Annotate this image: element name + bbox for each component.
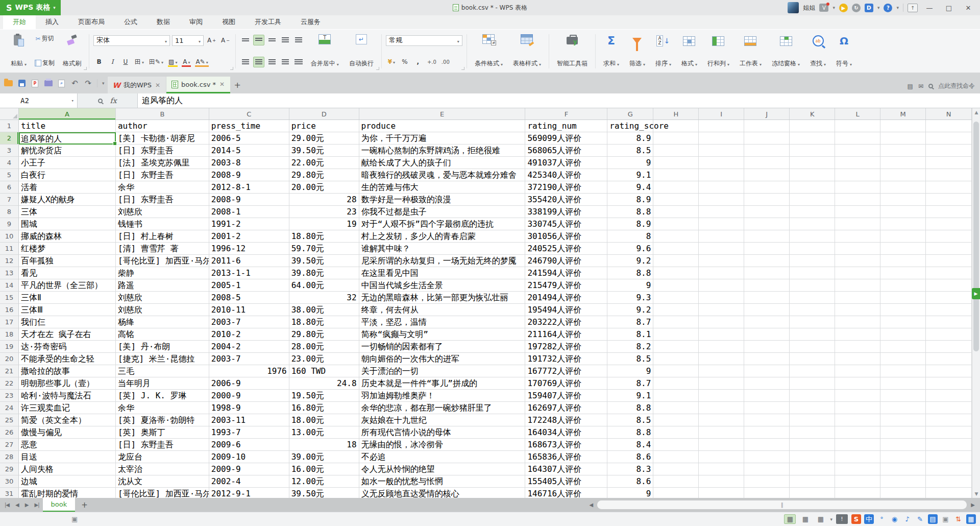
dialog-launcher-icon[interactable] [230, 67, 233, 70]
cell-D1[interactable]: price [289, 120, 359, 132]
justify-button[interactable] [280, 57, 291, 67]
cut-button[interactable]: ✂剪切 [33, 33, 56, 44]
row-header-9[interactable]: 9 [0, 218, 19, 230]
cell-E11[interactable]: 谁解其中味？ [359, 243, 526, 255]
cell-C5[interactable]: 2008-9 [209, 169, 289, 181]
menu-tab-插入[interactable]: 插入 [36, 15, 68, 29]
cell-N1[interactable] [926, 120, 972, 132]
cell-J25[interactable] [744, 414, 790, 426]
decrease-indent-button[interactable] [280, 35, 291, 45]
row-header-2[interactable]: 2 [0, 132, 19, 145]
play-icon[interactable]: ▶ [839, 4, 848, 12]
cell-E30[interactable]: 如水一般的忧愁与怅惘 [359, 475, 526, 488]
cell-K31[interactable] [790, 488, 835, 498]
cell-F10[interactable]: 301056人评价 [525, 230, 607, 243]
cell-D7[interactable]: 28 [289, 194, 359, 206]
cell-J11[interactable] [744, 243, 790, 255]
cell-M7[interactable] [880, 194, 926, 206]
cell-I24[interactable] [699, 402, 744, 414]
align-center-button[interactable] [253, 57, 264, 67]
cell-J8[interactable] [744, 206, 790, 218]
cell-G10[interactable]: 8 [607, 230, 653, 243]
cell-J15[interactable] [744, 292, 790, 304]
undo-icon[interactable]: ↶ [70, 79, 79, 88]
cell-G19[interactable]: 8.2 [607, 341, 653, 353]
cell-G15[interactable]: 9.3 [607, 292, 653, 304]
font-size-select[interactable]: 11 [172, 35, 204, 46]
row-header-25[interactable]: 25 [0, 414, 19, 426]
cell-L10[interactable] [835, 230, 880, 243]
copy-button[interactable]: 复制 [33, 58, 56, 68]
column-header-N[interactable]: N [926, 108, 972, 119]
wrap-text-button[interactable]: ↵ 自动换行 [346, 32, 377, 70]
cell-I11[interactable] [699, 243, 744, 255]
cell-C20[interactable]: 2003-7 [209, 353, 289, 365]
cell-F11[interactable]: 240525人评价 [525, 243, 607, 255]
cell-D16[interactable]: 38.00元 [289, 304, 359, 316]
cell-L15[interactable] [835, 292, 880, 304]
row-header-24[interactable]: 24 [0, 402, 19, 414]
cell-A28[interactable]: 目送 [19, 451, 116, 463]
cell-G2[interactable]: 8.9 [607, 132, 653, 145]
cell-N28[interactable] [926, 451, 972, 463]
cell-I3[interactable] [699, 145, 744, 157]
cell-C17[interactable]: 2003-7 [209, 316, 289, 328]
cell-A27[interactable]: 恶意 [19, 439, 116, 451]
cell-H18[interactable] [653, 328, 699, 341]
cell-E3[interactable]: 一碗精心熬制的东野牌鸡汤，拒绝很难 [359, 145, 526, 157]
mic-icon[interactable]: ♪ [902, 514, 912, 524]
cell-A16[interactable]: 三体Ⅲ [19, 304, 116, 316]
cell-H24[interactable] [653, 402, 699, 414]
cell-J28[interactable] [744, 451, 790, 463]
draw-border-button[interactable]: 田✎ [148, 57, 165, 67]
cell-K24[interactable] [790, 402, 835, 414]
cell-N17[interactable] [926, 316, 972, 328]
cell-K22[interactable] [790, 377, 835, 390]
cell-I30[interactable] [699, 475, 744, 488]
cell-I17[interactable] [699, 316, 744, 328]
cell-E1[interactable]: produce [359, 120, 526, 132]
record-macro-icon[interactable]: ▣ [71, 515, 78, 523]
cell-B21[interactable]: 三毛 [116, 365, 209, 377]
cell-C30[interactable]: 2002-4 [209, 475, 289, 488]
cell-C10[interactable]: 2001-2 [209, 230, 289, 243]
export-pdf-icon[interactable]: P [31, 79, 39, 88]
cell-M4[interactable] [880, 157, 926, 169]
cell-D25[interactable]: 18.00元 [289, 414, 359, 426]
cell-N11[interactable] [926, 243, 972, 255]
redo-icon[interactable]: ↷ [84, 79, 92, 88]
cell-F23[interactable]: 159407人评价 [525, 390, 607, 402]
name-box[interactable]: A2 ▾ [0, 93, 78, 108]
cell-H12[interactable] [653, 255, 699, 267]
cell-F2[interactable]: 569099人评价 [525, 132, 607, 145]
cell-L2[interactable] [835, 132, 880, 145]
cell-D20[interactable]: 23.00元 [289, 353, 359, 365]
cell-E27[interactable]: 无缘由的恨，冰冷彻骨 [359, 439, 526, 451]
cell-G22[interactable]: 8.7 [607, 377, 653, 390]
updown-icon[interactable]: ⇅ [953, 514, 963, 524]
column-header-D[interactable]: D [289, 108, 359, 119]
cell-B1[interactable]: author [116, 120, 209, 132]
cell-C16[interactable]: 2010-11 [209, 304, 289, 316]
cell-J10[interactable] [744, 230, 790, 243]
cell-I13[interactable] [699, 267, 744, 279]
cell-E28[interactable]: 不必追 [359, 451, 526, 463]
row-header-8[interactable]: 8 [0, 206, 19, 218]
cell-L29[interactable] [835, 463, 880, 475]
column-header-H[interactable]: H [653, 108, 699, 119]
cell-C11[interactable]: 1996-12 [209, 243, 289, 255]
dialog-launcher-icon[interactable] [376, 67, 379, 70]
cell-A17[interactable]: 我们仨 [19, 316, 116, 328]
cell-F26[interactable]: 164034人评价 [525, 426, 607, 439]
cell-A11[interactable]: 红楼梦 [19, 243, 116, 255]
cell-G5[interactable]: 9.1 [607, 169, 653, 181]
cell-M22[interactable] [880, 377, 926, 390]
cell-A18[interactable]: 天才在左 疯子在右 [19, 328, 116, 341]
cell-N18[interactable] [926, 328, 972, 341]
row-header-27[interactable]: 27 [0, 439, 19, 451]
chevron-down-icon[interactable]: ▾ [896, 5, 899, 10]
cell-C15[interactable]: 2008-5 [209, 292, 289, 304]
cell-M17[interactable] [880, 316, 926, 328]
cell-N22[interactable] [926, 377, 972, 390]
menu-tab-页面布局[interactable]: 页面布局 [68, 15, 114, 29]
